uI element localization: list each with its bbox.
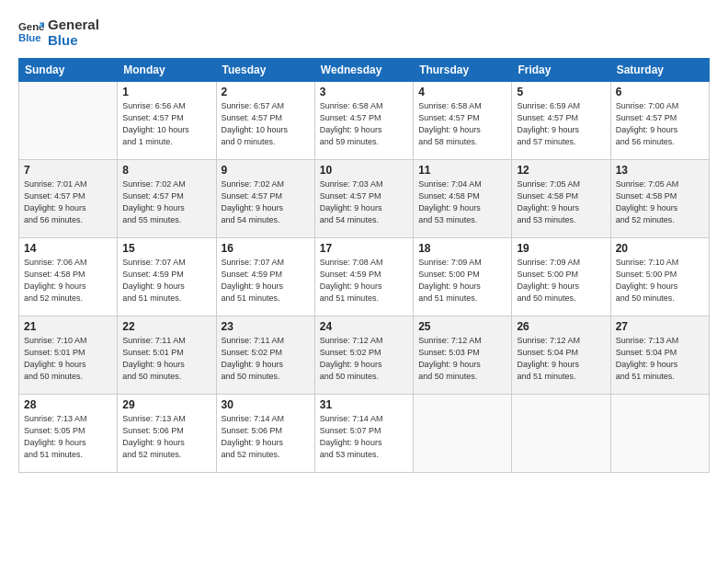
day-number: 16 [222,242,310,255]
day-number: 10 [320,164,408,177]
day-info: Sunrise: 7:04 AM Sunset: 4:58 PM Dayligh… [418,178,506,226]
day-number: 28 [24,398,112,411]
day-number: 12 [517,164,605,177]
calendar-cell: 15Sunrise: 7:07 AM Sunset: 4:59 PM Dayli… [118,237,216,316]
col-header-thursday: Thursday [414,58,512,81]
calendar-cell: 16Sunrise: 7:07 AM Sunset: 4:59 PM Dayli… [216,237,314,316]
col-header-monday: Monday [118,58,216,81]
calendar-week-row: 28Sunrise: 7:13 AM Sunset: 5:05 PM Dayli… [19,394,710,472]
calendar-cell: 18Sunrise: 7:09 AM Sunset: 5:00 PM Dayli… [414,237,512,316]
day-number: 15 [122,242,210,255]
header: General Blue General Blue [18,17,710,49]
day-number: 3 [320,86,408,98]
calendar-cell: 3Sunrise: 6:58 AM Sunset: 4:57 PM Daylig… [314,81,413,159]
day-info: Sunrise: 7:13 AM Sunset: 5:05 PM Dayligh… [24,413,112,461]
day-number: 29 [122,398,210,411]
calendar-cell: 25Sunrise: 7:12 AM Sunset: 5:03 PM Dayli… [414,316,512,394]
day-info: Sunrise: 7:12 AM Sunset: 5:04 PM Dayligh… [517,335,605,383]
day-info: Sunrise: 7:01 AM Sunset: 4:57 PM Dayligh… [24,178,112,226]
calendar-cell: 17Sunrise: 7:08 AM Sunset: 4:59 PM Dayli… [314,237,413,316]
day-info: Sunrise: 7:05 AM Sunset: 4:58 PM Dayligh… [517,178,605,226]
day-info: Sunrise: 7:10 AM Sunset: 5:00 PM Dayligh… [616,257,704,304]
day-info: Sunrise: 7:02 AM Sunset: 4:57 PM Dayligh… [222,178,310,226]
day-info: Sunrise: 7:00 AM Sunset: 4:57 PM Dayligh… [616,100,704,148]
day-number: 6 [616,86,704,98]
col-header-wednesday: Wednesday [314,58,413,81]
day-info: Sunrise: 7:09 AM Sunset: 5:00 PM Dayligh… [418,257,506,304]
col-header-saturday: Saturday [610,58,709,81]
logo-blue: Blue [48,32,99,48]
day-number: 31 [320,398,408,411]
day-info: Sunrise: 7:11 AM Sunset: 5:01 PM Dayligh… [122,335,210,383]
day-number: 9 [222,164,310,177]
calendar-cell: 28Sunrise: 7:13 AM Sunset: 5:05 PM Dayli… [19,394,118,472]
day-number: 26 [517,320,605,333]
day-info: Sunrise: 7:14 AM Sunset: 5:06 PM Dayligh… [222,413,310,461]
calendar-cell [414,394,512,472]
calendar-cell: 4Sunrise: 6:58 AM Sunset: 4:57 PM Daylig… [414,81,512,159]
day-info: Sunrise: 6:57 AM Sunset: 4:57 PM Dayligh… [222,100,310,148]
calendar-cell: 31Sunrise: 7:14 AM Sunset: 5:07 PM Dayli… [314,394,413,472]
day-number: 25 [418,320,506,333]
day-info: Sunrise: 6:58 AM Sunset: 4:57 PM Dayligh… [320,100,408,148]
day-info: Sunrise: 7:06 AM Sunset: 4:58 PM Dayligh… [24,257,112,304]
calendar-cell: 12Sunrise: 7:05 AM Sunset: 4:58 PM Dayli… [512,159,610,237]
calendar-cell [19,81,118,159]
page: General Blue General Blue SundayMondayTu… [0,0,728,563]
day-number: 23 [222,320,310,333]
calendar-week-row: 21Sunrise: 7:10 AM Sunset: 5:01 PM Dayli… [19,316,710,394]
calendar-cell: 9Sunrise: 7:02 AM Sunset: 4:57 PM Daylig… [216,159,314,237]
day-number: 8 [122,164,210,177]
day-info: Sunrise: 6:58 AM Sunset: 4:57 PM Dayligh… [418,100,506,148]
day-number: 19 [517,242,605,255]
calendar-table: SundayMondayTuesdayWednesdayThursdayFrid… [18,58,710,473]
calendar-cell [610,394,709,472]
day-info: Sunrise: 7:07 AM Sunset: 4:59 PM Dayligh… [222,257,310,304]
day-info: Sunrise: 7:07 AM Sunset: 4:59 PM Dayligh… [122,257,210,304]
day-number: 7 [24,164,112,177]
calendar-cell: 14Sunrise: 7:06 AM Sunset: 4:58 PM Dayli… [19,237,118,316]
col-header-friday: Friday [512,58,610,81]
day-number: 20 [616,242,704,255]
day-info: Sunrise: 6:56 AM Sunset: 4:57 PM Dayligh… [122,100,210,148]
day-number: 5 [517,86,605,98]
day-info: Sunrise: 7:03 AM Sunset: 4:57 PM Dayligh… [320,178,408,226]
calendar-cell: 22Sunrise: 7:11 AM Sunset: 5:01 PM Dayli… [118,316,216,394]
calendar-cell: 1Sunrise: 6:56 AM Sunset: 4:57 PM Daylig… [118,81,216,159]
day-info: Sunrise: 7:10 AM Sunset: 5:01 PM Dayligh… [24,335,112,383]
day-number: 1 [122,86,210,98]
calendar-cell: 21Sunrise: 7:10 AM Sunset: 5:01 PM Dayli… [19,316,118,394]
calendar-cell: 23Sunrise: 7:11 AM Sunset: 5:02 PM Dayli… [216,316,314,394]
day-info: Sunrise: 7:02 AM Sunset: 4:57 PM Dayligh… [122,178,210,226]
day-info: Sunrise: 7:08 AM Sunset: 4:59 PM Dayligh… [320,257,408,304]
calendar-week-row: 1Sunrise: 6:56 AM Sunset: 4:57 PM Daylig… [19,81,710,159]
day-number: 24 [320,320,408,333]
calendar-cell [512,394,610,472]
calendar-cell: 2Sunrise: 6:57 AM Sunset: 4:57 PM Daylig… [216,81,314,159]
day-info: Sunrise: 7:11 AM Sunset: 5:02 PM Dayligh… [222,335,310,383]
calendar-cell: 19Sunrise: 7:09 AM Sunset: 5:00 PM Dayli… [512,237,610,316]
day-number: 30 [222,398,310,411]
day-info: Sunrise: 7:14 AM Sunset: 5:07 PM Dayligh… [320,413,408,461]
calendar-cell: 13Sunrise: 7:05 AM Sunset: 4:58 PM Dayli… [610,159,709,237]
calendar-cell: 5Sunrise: 6:59 AM Sunset: 4:57 PM Daylig… [512,81,610,159]
day-info: Sunrise: 7:12 AM Sunset: 5:02 PM Dayligh… [320,335,408,383]
calendar-cell: 24Sunrise: 7:12 AM Sunset: 5:02 PM Dayli… [314,316,413,394]
day-info: Sunrise: 7:13 AM Sunset: 5:06 PM Dayligh… [122,413,210,461]
calendar-cell: 26Sunrise: 7:12 AM Sunset: 5:04 PM Dayli… [512,316,610,394]
day-info: Sunrise: 7:13 AM Sunset: 5:04 PM Dayligh… [616,335,704,383]
col-header-tuesday: Tuesday [216,58,314,81]
calendar-cell: 10Sunrise: 7:03 AM Sunset: 4:57 PM Dayli… [314,159,413,237]
day-number: 18 [418,242,506,255]
day-info: Sunrise: 7:12 AM Sunset: 5:03 PM Dayligh… [418,335,506,383]
logo: General Blue General Blue [18,17,99,49]
day-number: 14 [24,242,112,255]
calendar-cell: 6Sunrise: 7:00 AM Sunset: 4:57 PM Daylig… [610,81,709,159]
calendar-cell: 30Sunrise: 7:14 AM Sunset: 5:06 PM Dayli… [216,394,314,472]
calendar-week-row: 7Sunrise: 7:01 AM Sunset: 4:57 PM Daylig… [19,159,710,237]
day-number: 17 [320,242,408,255]
logo-general: General [48,17,99,32]
calendar-week-row: 14Sunrise: 7:06 AM Sunset: 4:58 PM Dayli… [19,237,710,316]
day-number: 13 [616,164,704,177]
calendar-header-row: SundayMondayTuesdayWednesdayThursdayFrid… [19,58,710,81]
